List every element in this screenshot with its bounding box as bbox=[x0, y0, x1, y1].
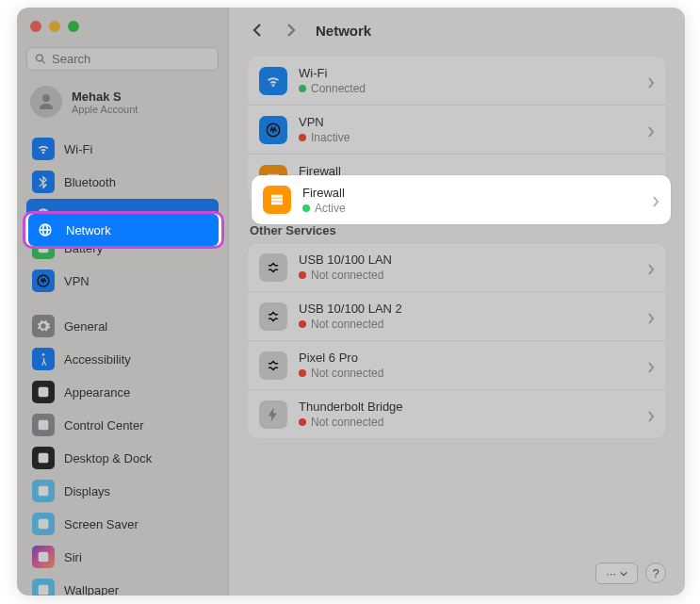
gear-icon bbox=[32, 315, 55, 337]
close-icon[interactable] bbox=[30, 21, 41, 32]
sidebar-item-label: Accessibility bbox=[64, 352, 131, 367]
page-title: Network bbox=[316, 23, 371, 39]
status-dot bbox=[299, 271, 306, 279]
footer: ··· ? bbox=[248, 555, 666, 584]
status-dot bbox=[299, 134, 306, 141]
window-controls bbox=[26, 21, 219, 32]
forward-button[interactable] bbox=[282, 21, 301, 40]
account-subtitle: Apple Account bbox=[72, 104, 138, 115]
sidebar-item-label: Appearance bbox=[64, 385, 130, 400]
dock-icon bbox=[32, 447, 55, 469]
chevron-right-icon bbox=[647, 262, 655, 273]
search-icon bbox=[35, 53, 46, 65]
chevron-right-icon bbox=[647, 124, 655, 136]
screensaver-icon bbox=[32, 513, 55, 535]
account-row[interactable]: Mehak S Apple Account bbox=[26, 84, 219, 120]
sidebar-item-label: Desktop & Dock bbox=[64, 451, 152, 465]
avatar bbox=[30, 86, 62, 118]
status-dot bbox=[299, 85, 306, 92]
fullscreen-icon[interactable] bbox=[68, 21, 79, 32]
wifi-icon bbox=[32, 138, 55, 160]
row-status: Not connected bbox=[311, 269, 383, 282]
bluetooth-icon bbox=[32, 171, 55, 193]
sidebar-item-label: Wallpaper bbox=[64, 583, 119, 596]
sidebar-item-general[interactable]: General bbox=[26, 310, 219, 342]
search-input[interactable] bbox=[26, 47, 219, 71]
row-status: Not connected bbox=[311, 318, 383, 331]
eth-icon bbox=[259, 253, 287, 282]
chevron-right-icon bbox=[647, 360, 655, 371]
status-dot bbox=[299, 418, 306, 426]
highlight-sidebar-network: Network bbox=[23, 211, 224, 249]
sidebar-item-siri[interactable]: Siri bbox=[26, 541, 219, 573]
row-title: VPN bbox=[299, 115, 636, 129]
control-icon bbox=[32, 414, 55, 436]
minimize-icon[interactable] bbox=[49, 21, 60, 32]
globe-icon bbox=[34, 219, 57, 241]
vpn-icon bbox=[32, 269, 55, 292]
row-title: USB 10/100 LAN 2 bbox=[299, 302, 636, 316]
sidebar-item-bluetooth[interactable]: Bluetooth bbox=[26, 166, 219, 198]
row-status: Active bbox=[315, 202, 346, 215]
sidebar: Mehak S Apple Account Wi-FiBluetoothNetw… bbox=[17, 8, 229, 596]
row-title: Thunderbolt Bridge bbox=[299, 400, 636, 414]
service-row-thunderbolt-bridge[interactable]: Thunderbolt BridgeNot connected bbox=[248, 389, 666, 438]
sidebar-item-label: Siri bbox=[64, 550, 82, 564]
sidebar-list: Wi-FiBluetoothNetworkBatteryVPNGeneralAc… bbox=[26, 133, 219, 596]
display-icon bbox=[32, 480, 55, 502]
back-button[interactable] bbox=[248, 21, 267, 40]
content-pane: Network Wi-FiConnectedVPNInactiveFirewal… bbox=[229, 8, 685, 596]
chevron-right-icon bbox=[647, 75, 655, 87]
sidebar-item-desktop-dock[interactable]: Desktop & Dock bbox=[26, 442, 219, 474]
service-row-vpn[interactable]: VPNInactive bbox=[248, 105, 666, 154]
service-row-wi-fi[interactable]: Wi-FiConnected bbox=[248, 57, 666, 105]
eth-icon bbox=[259, 302, 287, 331]
accessibility-icon bbox=[32, 348, 55, 370]
row-title: Firewall bbox=[302, 186, 641, 200]
row-status: Not connected bbox=[311, 367, 383, 380]
status-dot bbox=[299, 320, 306, 328]
row-title: Pixel 6 Pro bbox=[299, 351, 636, 365]
highlight-firewall-row[interactable]: Firewall Active bbox=[252, 175, 671, 224]
account-name: Mehak S bbox=[72, 90, 138, 104]
row-status: Connected bbox=[311, 82, 366, 95]
chevron-down-icon bbox=[620, 570, 627, 578]
row-status: Not connected bbox=[311, 416, 383, 429]
appearance-icon bbox=[32, 381, 55, 403]
sidebar-item-wi-fi[interactable]: Wi-Fi bbox=[26, 133, 219, 165]
sidebar-item-label: Displays bbox=[64, 484, 110, 498]
sidebar-item-appearance[interactable]: Appearance bbox=[26, 376, 219, 408]
sidebar-item-label: Bluetooth bbox=[64, 175, 116, 189]
eth-icon bbox=[259, 351, 287, 380]
sidebar-item-label: Network bbox=[66, 223, 111, 237]
siri-icon bbox=[32, 546, 55, 568]
sidebar-item-accessibility[interactable]: Accessibility bbox=[26, 343, 219, 375]
row-title: USB 10/100 LAN bbox=[299, 253, 636, 267]
sidebar-item-label: Control Center bbox=[64, 418, 144, 433]
sidebar-item-vpn[interactable]: VPN bbox=[26, 265, 219, 297]
chevron-right-icon bbox=[647, 311, 655, 322]
service-row-usb-10-100-lan[interactable]: USB 10/100 LANNot connected bbox=[248, 243, 666, 291]
row-title: Wi-Fi bbox=[299, 66, 636, 80]
sidebar-item-control-center[interactable]: Control Center bbox=[26, 409, 219, 441]
more-menu-button[interactable]: ··· bbox=[595, 563, 638, 584]
help-button[interactable]: ? bbox=[645, 563, 666, 583]
service-row-usb-10-100-lan-2[interactable]: USB 10/100 LAN 2Not connected bbox=[248, 291, 666, 340]
other-services-heading: Other Services bbox=[250, 223, 666, 237]
sidebar-item-screen-saver[interactable]: Screen Saver bbox=[26, 508, 219, 540]
row-status: Inactive bbox=[311, 131, 350, 144]
bolt-icon bbox=[259, 400, 287, 429]
sidebar-item-displays[interactable]: Displays bbox=[26, 475, 219, 507]
chevron-right-icon bbox=[652, 194, 659, 205]
toolbar: Network bbox=[248, 21, 666, 40]
sidebar-item-label: General bbox=[64, 319, 107, 334]
search-field[interactable] bbox=[52, 52, 210, 66]
vpn-icon bbox=[259, 116, 287, 144]
service-row-pixel-6-pro[interactable]: Pixel 6 ProNot connected bbox=[248, 340, 666, 389]
settings-window: Mehak S Apple Account Wi-FiBluetoothNetw… bbox=[17, 8, 685, 596]
sidebar-item-label: Wi-Fi bbox=[64, 142, 92, 156]
sidebar-item-label: Screen Saver bbox=[64, 517, 138, 531]
firewall-icon bbox=[263, 186, 291, 214]
chevron-right-icon bbox=[647, 409, 655, 420]
sidebar-item-wallpaper[interactable]: Wallpaper bbox=[26, 574, 219, 596]
